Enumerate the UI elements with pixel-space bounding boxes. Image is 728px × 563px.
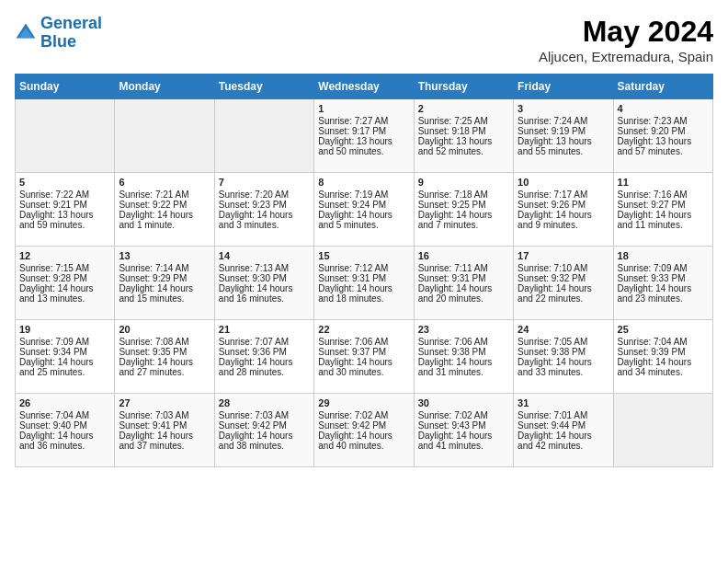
sunset-text: Sunset: 9:23 PM (219, 200, 310, 210)
day-number: 28 (219, 397, 310, 408)
sunset-text: Sunset: 9:29 PM (119, 273, 210, 283)
sunset-text: Sunset: 9:44 PM (518, 420, 609, 431)
sunrise-text: Sunrise: 7:15 AM (19, 263, 110, 273)
day-cell: 7Sunrise: 7:20 AMSunset: 9:23 PMDaylight… (214, 173, 313, 247)
day-number: 22 (318, 324, 409, 335)
sunrise-text: Sunrise: 7:02 AM (318, 410, 409, 420)
day-number: 4 (618, 103, 709, 114)
day-header-monday: Monday (115, 75, 214, 99)
sunset-text: Sunset: 9:17 PM (318, 126, 409, 136)
daylight-text: Daylight: 14 hours and 16 minutes. (219, 283, 310, 304)
daylight-text: Daylight: 14 hours and 18 minutes. (318, 283, 409, 304)
sunrise-text: Sunrise: 7:01 AM (518, 410, 609, 420)
day-number: 11 (618, 177, 709, 188)
daylight-text: Daylight: 13 hours and 50 minutes. (318, 136, 409, 156)
day-cell: 8Sunrise: 7:19 AMSunset: 9:24 PMDaylight… (314, 173, 414, 247)
logo: GeneralBlue (15, 15, 102, 52)
day-cell: 15Sunrise: 7:12 AMSunset: 9:31 PMDayligh… (314, 247, 414, 320)
day-number: 9 (418, 177, 509, 188)
day-header-friday: Friday (514, 75, 613, 99)
day-number: 8 (318, 177, 409, 188)
day-cell: 1Sunrise: 7:27 AMSunset: 9:17 PMDaylight… (314, 99, 414, 173)
sunset-text: Sunset: 9:38 PM (418, 347, 509, 357)
day-number: 29 (318, 397, 409, 408)
title-block: May 2024 Aljucen, Extremadura, Spain (539, 15, 713, 64)
sunset-text: Sunset: 9:43 PM (418, 420, 509, 431)
sunset-text: Sunset: 9:33 PM (618, 273, 709, 283)
calendar-table: SundayMondayTuesdayWednesdayThursdayFrid… (15, 74, 713, 467)
sunset-text: Sunset: 9:25 PM (418, 200, 509, 210)
sunrise-text: Sunrise: 7:09 AM (19, 337, 110, 347)
day-cell: 26Sunrise: 7:04 AMSunset: 9:40 PMDayligh… (16, 394, 115, 467)
daylight-text: Daylight: 14 hours and 7 minutes. (418, 210, 509, 230)
day-cell (115, 99, 214, 173)
sunrise-text: Sunrise: 7:09 AM (618, 263, 709, 273)
day-cell: 24Sunrise: 7:05 AMSunset: 9:38 PMDayligh… (514, 320, 613, 394)
day-cell: 17Sunrise: 7:10 AMSunset: 9:32 PMDayligh… (514, 247, 613, 320)
day-number: 1 (318, 103, 409, 114)
sunrise-text: Sunrise: 7:22 AM (19, 190, 110, 200)
daylight-text: Daylight: 14 hours and 30 minutes. (318, 357, 409, 377)
daylight-text: Daylight: 14 hours and 28 minutes. (219, 357, 310, 377)
sunset-text: Sunset: 9:40 PM (19, 420, 110, 431)
day-cell: 13Sunrise: 7:14 AMSunset: 9:29 PMDayligh… (115, 247, 214, 320)
sunrise-text: Sunrise: 7:03 AM (119, 410, 210, 420)
daylight-text: Daylight: 14 hours and 15 minutes. (119, 283, 210, 304)
sunrise-text: Sunrise: 7:10 AM (518, 263, 609, 273)
sunrise-text: Sunrise: 7:02 AM (418, 410, 509, 420)
sunset-text: Sunset: 9:21 PM (19, 200, 110, 210)
day-number: 20 (119, 324, 210, 335)
daylight-text: Daylight: 14 hours and 33 minutes. (518, 357, 609, 377)
sunrise-text: Sunrise: 7:08 AM (119, 337, 210, 347)
page-header: GeneralBlue May 2024 Aljucen, Extremadur… (15, 15, 713, 64)
logo-icon (15, 22, 37, 44)
sunset-text: Sunset: 9:28 PM (19, 273, 110, 283)
sunset-text: Sunset: 9:35 PM (119, 347, 210, 357)
sunset-text: Sunset: 9:32 PM (518, 273, 609, 283)
sunrise-text: Sunrise: 7:13 AM (219, 263, 310, 273)
day-cell: 22Sunrise: 7:06 AMSunset: 9:37 PMDayligh… (314, 320, 414, 394)
day-cell: 11Sunrise: 7:16 AMSunset: 9:27 PMDayligh… (613, 173, 712, 247)
sunset-text: Sunset: 9:41 PM (119, 420, 210, 431)
day-cell: 27Sunrise: 7:03 AMSunset: 9:41 PMDayligh… (115, 394, 214, 467)
day-cell: 21Sunrise: 7:07 AMSunset: 9:36 PMDayligh… (214, 320, 313, 394)
sunrise-text: Sunrise: 7:25 AM (418, 116, 509, 126)
sunset-text: Sunset: 9:38 PM (518, 347, 609, 357)
sunset-text: Sunset: 9:24 PM (318, 200, 409, 210)
sunset-text: Sunset: 9:18 PM (418, 126, 509, 136)
sunrise-text: Sunrise: 7:19 AM (318, 190, 409, 200)
daylight-text: Daylight: 14 hours and 1 minute. (119, 210, 210, 230)
day-number: 2 (418, 103, 509, 114)
day-cell: 20Sunrise: 7:08 AMSunset: 9:35 PMDayligh… (115, 320, 214, 394)
daylight-text: Daylight: 14 hours and 40 minutes. (318, 431, 409, 451)
daylight-text: Daylight: 14 hours and 41 minutes. (418, 431, 509, 451)
week-row-5: 26Sunrise: 7:04 AMSunset: 9:40 PMDayligh… (16, 394, 713, 467)
sunrise-text: Sunrise: 7:16 AM (618, 190, 709, 200)
daylight-text: Daylight: 13 hours and 52 minutes. (418, 136, 509, 156)
daylight-text: Daylight: 14 hours and 36 minutes. (19, 431, 110, 451)
sunset-text: Sunset: 9:42 PM (318, 420, 409, 431)
sunrise-text: Sunrise: 7:04 AM (19, 410, 110, 420)
header-row: SundayMondayTuesdayWednesdayThursdayFrid… (16, 75, 713, 99)
daylight-text: Daylight: 14 hours and 5 minutes. (318, 210, 409, 230)
day-cell: 29Sunrise: 7:02 AMSunset: 9:42 PMDayligh… (314, 394, 414, 467)
day-cell: 10Sunrise: 7:17 AMSunset: 9:26 PMDayligh… (514, 173, 613, 247)
daylight-text: Daylight: 14 hours and 13 minutes. (19, 283, 110, 304)
daylight-text: Daylight: 13 hours and 59 minutes. (19, 210, 110, 230)
daylight-text: Daylight: 13 hours and 57 minutes. (618, 136, 709, 156)
day-number: 7 (219, 177, 310, 188)
day-number: 14 (219, 250, 310, 261)
day-number: 19 (19, 324, 110, 335)
week-row-2: 5Sunrise: 7:22 AMSunset: 9:21 PMDaylight… (16, 173, 713, 247)
day-number: 16 (418, 250, 509, 261)
day-cell (16, 99, 115, 173)
sunset-text: Sunset: 9:27 PM (618, 200, 709, 210)
daylight-text: Daylight: 14 hours and 11 minutes. (618, 210, 709, 230)
day-number: 15 (318, 250, 409, 261)
sunrise-text: Sunrise: 7:03 AM (219, 410, 310, 420)
sunrise-text: Sunrise: 7:11 AM (418, 263, 509, 273)
sunrise-text: Sunrise: 7:12 AM (318, 263, 409, 273)
day-number: 27 (119, 397, 210, 408)
week-row-4: 19Sunrise: 7:09 AMSunset: 9:34 PMDayligh… (16, 320, 713, 394)
sunset-text: Sunset: 9:22 PM (119, 200, 210, 210)
